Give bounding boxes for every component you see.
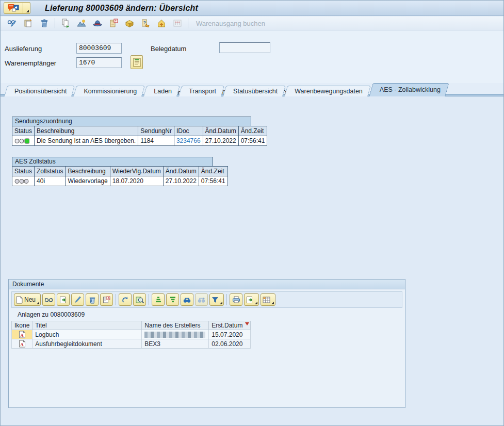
shipment-assignment-group: Sendungszuordnung Status Beschreibung Se… [12, 117, 267, 146]
incompletion-log-icon[interactable] [107, 18, 120, 29]
tab-aes-zollabwicklung[interactable]: AES - Zollabwicklung [371, 83, 447, 96]
refresh-button[interactable] [119, 293, 132, 306]
table-row: Die Sendung ist an AES übergeben. 1184 3… [12, 136, 267, 146]
filter-icon [212, 297, 219, 303]
goods-movement-icon[interactable] [155, 18, 168, 29]
documents-panel: Dokumente Neu A [8, 279, 405, 408]
column-header[interactable]: Name des Erstellers [142, 321, 209, 330]
trash-icon [89, 296, 96, 304]
attachment-row[interactable]: A Ausfuhrbegleitdokument BEX3 02.06.2020 [12, 339, 251, 349]
services-for-object-icon [7, 4, 20, 12]
redacted-creator-name [144, 332, 205, 338]
glasses-icon [44, 297, 53, 303]
idoc-link[interactable]: 3234766 [176, 137, 201, 144]
doc-date-label: Belegdatum [151, 45, 186, 53]
filter-button[interactable] [209, 293, 224, 306]
traffic-light-inactive-icon [14, 178, 29, 185]
layout-button[interactable] [261, 293, 275, 306]
export-icon [246, 296, 254, 304]
svg-text:?: ? [143, 20, 147, 25]
ship-to-input[interactable] [76, 57, 122, 68]
sort-ascending-button[interactable] [152, 293, 165, 306]
change-time-cell: 07:56:41 [199, 176, 227, 186]
attachment-date-cell: 02.06.2020 [209, 339, 251, 349]
column-header-sorted[interactable]: Erst.Datum [209, 321, 251, 330]
services-dropdown-button[interactable] [23, 2, 30, 14]
sort-descending-button[interactable] [166, 293, 179, 306]
application-toolbar: ? Warenausgang buchen [1, 17, 503, 30]
table-row: 40i Wiedervorlage 18.07.2020 27.10.2022 … [12, 176, 228, 186]
delete-icon[interactable] [38, 18, 51, 29]
column-header[interactable]: Titel [32, 321, 142, 330]
attachment-icon-cell-selected[interactable]: A [12, 330, 32, 339]
tab-statusuebersicht[interactable]: Statusübersicht [224, 86, 284, 96]
tab-laden[interactable]: Laden [145, 86, 178, 96]
doc-date-input[interactable] [219, 42, 270, 53]
shipment-assignment-title: Sendungszuordnung [12, 117, 251, 126]
check-out-button[interactable] [57, 293, 70, 306]
shipment-assignment-table: Status Beschreibung SendungNr IDoc Änd.D… [12, 126, 267, 146]
partner-document-icon [133, 58, 141, 67]
delete-document-button[interactable] [86, 293, 99, 306]
edit-button[interactable] [71, 293, 84, 306]
change-time-cell: 07:56:41 [238, 136, 267, 146]
tab-transport[interactable]: Transport [180, 86, 223, 96]
documents-toolbar: Neu A [11, 291, 402, 308]
column-header: Änd.Datum [163, 167, 199, 176]
traffic-light-green-icon [14, 138, 29, 144]
sort-descending-indicator-icon [245, 322, 249, 325]
toolbar-separator [149, 294, 149, 305]
output-icon[interactable]: ? [139, 18, 152, 29]
column-header: WiederVlg.Datum [110, 167, 163, 176]
display-change-icon[interactable] [6, 18, 19, 29]
change-date-cell: 27.10.2022 [203, 136, 238, 146]
toolbar-separator [116, 294, 116, 305]
documents-panel-title: Dokumente [9, 280, 405, 289]
delivery-input[interactable] [76, 43, 122, 54]
display-pdf-button[interactable]: A [100, 293, 113, 306]
sap-window: Lieferung 80003609 ändern: Übersicht ? [0, 0, 504, 426]
copy-icon[interactable] [22, 18, 35, 29]
preview-button[interactable] [133, 293, 146, 306]
display-glasses-button[interactable] [42, 293, 55, 306]
attachments-table: Ikone Titel Name des Erstellers Erst.Dat… [11, 321, 251, 349]
column-header: Status [12, 126, 35, 136]
tab-positionsuebersicht[interactable]: Positionsübersicht [6, 86, 73, 96]
find-button[interactable] [181, 293, 193, 306]
overview-icon[interactable] [75, 18, 88, 29]
description-cell: Wiedervorlage [66, 176, 110, 186]
tab-strip: Positionsübersicht Kommissionierung Lade… [1, 83, 503, 96]
services-for-object-button[interactable] [4, 2, 23, 14]
description-cell: Die Sendung ist an AES übergeben. [35, 136, 138, 146]
magnifier-document-icon [136, 296, 144, 304]
export-button[interactable] [244, 293, 259, 306]
sort-ascending-icon [155, 296, 162, 303]
attachment-title-cell: Ausfuhrbegleitdokument [32, 339, 142, 349]
toolbar-separator [226, 294, 227, 305]
print-button[interactable] [230, 293, 242, 306]
column-header: Beschreibung [35, 126, 138, 136]
column-header: Status [12, 167, 35, 176]
change-date-cell: 27.10.2022 [163, 176, 199, 186]
attachment-creator-cell: BEX3 [142, 339, 209, 349]
delivery-label: Auslieferung [5, 45, 42, 53]
title-bar: Lieferung 80003609 ändern: Übersicht [1, 1, 503, 16]
partner-details-button[interactable] [131, 55, 143, 69]
copy-document-icon[interactable] [59, 18, 72, 29]
tab-warenbewegungsdaten[interactable]: Warenbewegungsdaten [286, 86, 369, 96]
attachment-date-cell: 15.07.2020 [209, 330, 251, 339]
pack-icon[interactable] [123, 18, 136, 29]
tab-kommissionierung[interactable]: Kommissionierung [75, 86, 143, 96]
goods-issue-button: Warenausgang buchen [192, 20, 269, 27]
status-cell [12, 176, 35, 186]
page-title: Lieferung 80003609 ändern: Übersicht [45, 4, 198, 13]
aes-customs-status-title: AES Zollstatus [12, 157, 213, 167]
shipment-number-cell: 1184 [138, 136, 174, 146]
attachment-row[interactable]: A Logbuch 15.07.2020 [12, 330, 251, 339]
toolbar-separator [55, 18, 55, 28]
column-header: Änd.Zeit [199, 167, 227, 176]
new-document-button[interactable]: Neu [14, 293, 41, 306]
svg-text:A: A [108, 297, 110, 300]
attachment-icon-cell[interactable]: A [12, 339, 32, 349]
pick-icon[interactable] [91, 18, 104, 29]
